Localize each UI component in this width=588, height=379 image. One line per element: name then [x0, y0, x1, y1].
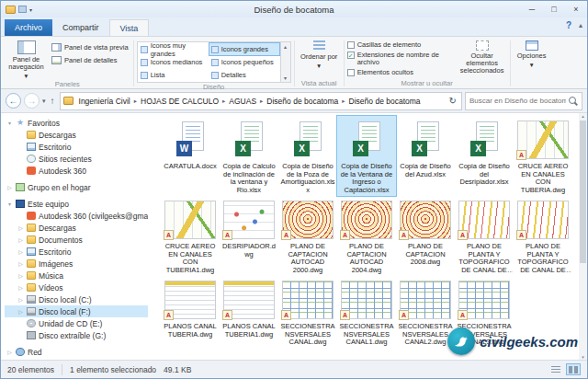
- sidebar-item-autodesk-360-civilgeeks-gmail-com[interactable]: Autodesk 360 (civilgeeks@gmail.com): [5, 210, 148, 222]
- expand-arrow-icon[interactable]: ▷: [6, 349, 13, 355]
- file-tile[interactable]: APLANO DE PLANTA Y TOPOGRAFICO DE CANAL …: [514, 196, 572, 276]
- forward-button[interactable]: →: [24, 93, 40, 109]
- file-tile[interactable]: APLANO DE CAPTACION AUTOCAD 2000.dwg: [278, 196, 337, 276]
- sidebar-item-escritorio[interactable]: ▷Escritorio: [5, 246, 148, 258]
- file-tile[interactable]: ACRUCE AEREO EN CANALES CON TUBERIA.dwg: [514, 116, 572, 196]
- sort-by-button[interactable]: Ordenar por ▾: [298, 39, 341, 70]
- file-tile[interactable]: XCopia de Diseño del Desripiador.xlsx: [455, 116, 514, 196]
- help-icon[interactable]: ?: [566, 20, 571, 30]
- options-button[interactable]: Opciones ▾: [514, 39, 550, 69]
- sidebar-item-unidad-de-cd-e[interactable]: Unidad de CD (E:): [5, 317, 148, 329]
- file-tile[interactable]: APLANO DE CAPTACION 2008.dwg: [396, 196, 455, 276]
- sidebar-item-disco-local-c[interactable]: ▷Disco local (C:): [5, 293, 148, 305]
- expand-arrow-icon[interactable]: ▷: [6, 184, 13, 190]
- search-box[interactable]: [465, 92, 582, 110]
- checkbox-icon[interactable]: [347, 41, 355, 49]
- scroll-down-icon[interactable]: ▾: [284, 75, 287, 81]
- checkbox-icon[interactable]: ✓: [347, 52, 355, 59]
- checkbox-elementos-ocultos[interactable]: Elementos ocultos: [347, 69, 456, 77]
- gallery-scrollbar[interactable]: ▴ ▾: [281, 41, 291, 83]
- search-input[interactable]: [469, 97, 566, 105]
- checkbox-casillas-de-elemento[interactable]: Casillas de elemento: [347, 41, 456, 50]
- file-tile[interactable]: APLANOS CANAL TUBERIA.dwg: [161, 276, 220, 349]
- search-icon[interactable]: [569, 97, 578, 106]
- file-tile[interactable]: XCopia de Diseño de la Ventana de Ingres…: [337, 116, 396, 196]
- expand-arrow-icon[interactable]: ▾: [6, 201, 13, 207]
- expand-arrow-icon[interactable]: ▷: [17, 308, 24, 315]
- file-tile[interactable]: XCopia de Calculo de inclinación de la v…: [220, 116, 278, 196]
- scrollbar-thumb[interactable]: [580, 121, 586, 263]
- up-button[interactable]: ↑: [49, 96, 57, 106]
- scroll-up-icon[interactable]: ▴: [582, 113, 584, 119]
- breadcrumb-segment[interactable]: AGUAS: [226, 97, 259, 106]
- breadcrumb-segment[interactable]: Diseño de bocatoma: [264, 97, 341, 106]
- scroll-up-icon[interactable]: ▴: [284, 43, 287, 50]
- breadcrumb[interactable]: Ingeniería Civil▸HOJAS DE CALCULO▸AGUAS▸…: [60, 92, 462, 110]
- file-tile[interactable]: ACRUCE AEREO EN CANALES CON TUBERIA1.dwg: [161, 196, 220, 276]
- sidebar-section-favoritos[interactable]: ▾★Favoritos: [5, 117, 148, 129]
- tab-archivo[interactable]: Archivo: [5, 19, 52, 36]
- view-option-detalles[interactable]: Detalles: [209, 69, 279, 81]
- file-tile[interactable]: APLANO DE CAPTACION AUTOCAD 2004.dwg: [337, 196, 396, 276]
- view-option-lista[interactable]: Lista: [139, 69, 209, 81]
- view-option-iconos-grandes[interactable]: Iconos grandes: [209, 43, 279, 55]
- hide-selected-button[interactable]: Ocultar elementos seleccionados: [458, 39, 507, 75]
- checkbox-icon[interactable]: [347, 69, 355, 76]
- details-view-button[interactable]: [548, 363, 563, 375]
- file-tile[interactable]: ADESRIPIADOR.dwg: [220, 196, 278, 276]
- checkbox-extensiones-de-nombre-de-archivo[interactable]: ✓Extensiones de nombre de archivo: [347, 52, 456, 67]
- breadcrumb-segment[interactable]: HOJAS DE CALCULO: [138, 97, 221, 106]
- file-tile[interactable]: WCARATULA.docx: [161, 116, 220, 196]
- qat-properties-icon[interactable]: [18, 6, 27, 13]
- thumbnails-view-button[interactable]: [566, 363, 581, 375]
- sidebar-section-red[interactable]: ▷Red: [5, 346, 148, 358]
- expand-arrow-icon[interactable]: ▷: [17, 284, 24, 291]
- history-dropdown-icon[interactable]: ▾: [42, 98, 46, 105]
- sidebar-item-disco-local-f[interactable]: ▷Disco local (F:): [5, 305, 148, 317]
- minimize-button[interactable]: ─: [521, 2, 543, 17]
- sidebar-item-sitios-recientes[interactable]: Sitios recientes: [5, 153, 148, 165]
- sidebar-section-este-equipo[interactable]: ▾Este equipo: [5, 198, 148, 210]
- file-tile[interactable]: XCopia de Diseño de la Poza de Amortigua…: [278, 116, 337, 196]
- collapse-ribbon-icon[interactable]: ▴: [579, 21, 582, 29]
- tab-vista[interactable]: Vista: [109, 19, 150, 36]
- file-tile[interactable]: XCopia de Diseño del Azud.xlsx: [396, 116, 455, 196]
- expand-arrow-icon[interactable]: ▷: [17, 248, 24, 255]
- refresh-icon[interactable]: ↻: [447, 96, 458, 106]
- sidebar-item-m-sica[interactable]: ▷Música: [5, 270, 148, 281]
- close-button[interactable]: ×: [565, 2, 587, 17]
- file-tile[interactable]: APLANO DE PLANTA Y TOPOGRAFICO DE CANAL …: [455, 196, 514, 276]
- sidebar-section-grupo-en-el-hogar[interactable]: ▷Grupo en el hogar: [5, 181, 148, 193]
- nav-pane-button[interactable]: Panel de navegación ▾: [5, 39, 48, 80]
- details-pane-button[interactable]: Panel de detalles: [50, 55, 130, 65]
- breadcrumb-segment[interactable]: Ingeniería Civil: [76, 97, 133, 106]
- preview-pane-button[interactable]: Panel de vista previa: [50, 42, 130, 52]
- vertical-scrollbar[interactable]: ▴ ▾: [579, 113, 587, 360]
- expand-arrow-icon[interactable]: ▷: [17, 296, 24, 303]
- sidebar-item-im-genes[interactable]: ▷Imágenes: [5, 258, 148, 270]
- expand-arrow-icon[interactable]: ▾: [6, 120, 13, 126]
- sidebar-item-v-deos[interactable]: ▷Vídeos: [5, 281, 148, 293]
- maximize-button[interactable]: □: [543, 2, 565, 17]
- sidebar-item-descargas[interactable]: Descargas: [5, 129, 148, 141]
- sidebar-item-escritorio[interactable]: Escritorio: [5, 141, 148, 153]
- expand-arrow-icon[interactable]: ▷: [17, 260, 24, 267]
- back-button[interactable]: ←: [6, 93, 21, 109]
- view-option-iconos-medianos[interactable]: Iconos medianos: [139, 56, 209, 68]
- view-option-iconos-muy-grandes[interactable]: Iconos muy grandes: [139, 43, 209, 55]
- file-list-area[interactable]: WCARATULA.docxXCopia de Calculo de incli…: [148, 113, 587, 360]
- file-tile[interactable]: ASECCIONESTRANSVERSALES CANAL.dwg: [278, 276, 337, 349]
- expand-arrow-icon[interactable]: ▷: [17, 236, 24, 243]
- file-tile[interactable]: APLANOS CANAL TUBERIA1.dwg: [220, 276, 278, 349]
- file-tile[interactable]: ASECCIONESTRANSVERSALES CANAL2.dwg: [396, 276, 455, 349]
- tab-compartir[interactable]: Compartir: [52, 19, 109, 36]
- sidebar-item-documentos[interactable]: ▷Documentos: [5, 234, 148, 246]
- expand-arrow-icon[interactable]: ▷: [17, 224, 24, 231]
- qat-dropdown-icon[interactable]: ▾: [29, 6, 32, 13]
- scroll-down-icon[interactable]: ▾: [582, 354, 584, 360]
- breadcrumb-segment[interactable]: Diseño de bocatoma: [346, 97, 424, 106]
- sidebar-item-autodesk-360[interactable]: Autodesk 360: [5, 165, 148, 177]
- file-tile[interactable]: ASECCIONESTRANSVERSALES CANAL1.dwg: [337, 276, 396, 349]
- sidebar-item-descargas[interactable]: ▷Descargas: [5, 222, 148, 234]
- view-option-iconos-peque-os[interactable]: Iconos pequeños: [209, 56, 279, 68]
